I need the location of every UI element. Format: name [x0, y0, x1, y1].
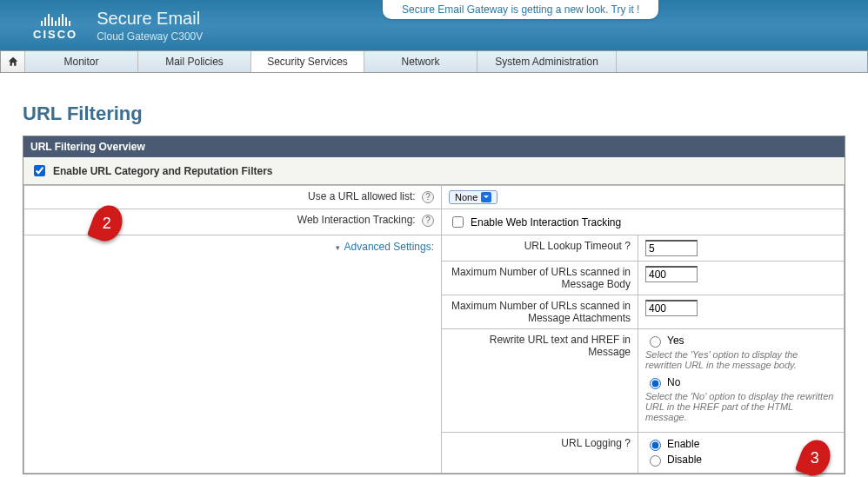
help-icon[interactable]: ? — [422, 191, 434, 203]
nav-tab-system-admin[interactable]: System Administration — [477, 51, 617, 72]
nav-tab-monitor[interactable]: Monitor — [25, 51, 138, 72]
rewrite-no-hint: Select the 'No' option to display the re… — [645, 391, 837, 422]
logging-disable-label: Disable — [667, 454, 702, 466]
allowed-list-value: None — [455, 192, 477, 202]
enable-row: Enable URL Category and Reputation Filte… — [23, 157, 845, 185]
enable-url-filters-checkbox[interactable] — [34, 165, 45, 176]
logging-disable-radio[interactable] — [650, 455, 661, 467]
lookup-timeout-label: URL Lookup Timeout — [524, 240, 622, 252]
nav-tab-security-services[interactable]: Security Services — [251, 51, 364, 72]
help-icon[interactable]: ? — [624, 437, 631, 449]
rewrite-label: Rewrite URL text and HREF in Message — [442, 329, 638, 432]
max-body-label: Maximum Number of URLs scanned in Messag… — [442, 262, 638, 295]
rewrite-yes-hint: Select the 'Yes' option to display the r… — [645, 349, 837, 370]
help-icon[interactable]: ? — [422, 215, 434, 227]
enable-url-filters-label: Enable URL Category and Reputation Filte… — [53, 165, 272, 177]
max-attach-label: Maximum Number of URLs scanned in Messag… — [442, 295, 638, 328]
nav-filler — [617, 51, 867, 72]
overview-panel: URL Filtering Overview Enable URL Catego… — [23, 136, 845, 474]
rewrite-no-radio[interactable] — [650, 378, 661, 389]
top-banner: CISCO Secure Email Cloud Gateway C300V S… — [0, 0, 868, 50]
page-title: URL Filtering — [23, 103, 845, 125]
try-new-look-banner[interactable]: Secure Email Gateway is getting a new lo… — [383, 0, 658, 19]
brand-text: CISCO — [33, 28, 77, 41]
rewrite-yes-radio[interactable] — [650, 336, 661, 348]
home-button[interactable] — [1, 51, 25, 72]
web-tracking-checkbox-label: Enable Web Interaction Tracking — [471, 216, 621, 229]
advanced-label-cell: ▾ Advanced Settings: — [24, 235, 442, 474]
dropdown-arrow-icon — [481, 192, 491, 202]
rewrite-yes-label: Yes — [667, 335, 684, 347]
web-tracking-label: Web Interaction Tracking: — [297, 214, 416, 226]
collapse-arrow-icon[interactable]: ▾ — [336, 243, 340, 252]
home-icon — [7, 56, 19, 68]
logging-enable-label: Enable — [667, 438, 699, 450]
main-nav: Monitor Mail Policies Security Services … — [0, 50, 868, 73]
logging-enable-radio[interactable] — [650, 440, 661, 451]
help-icon[interactable]: ? — [624, 240, 631, 252]
allowed-list-label-cell: Use a URL allowed list: ? — [24, 186, 442, 209]
nav-tab-mail-policies[interactable]: Mail Policies — [138, 51, 251, 72]
max-attach-input[interactable] — [645, 300, 698, 316]
web-tracking-checkbox[interactable] — [452, 216, 464, 228]
max-body-input[interactable] — [645, 266, 698, 282]
allowed-list-label: Use a URL allowed list: — [308, 190, 416, 202]
product-name: Secure Email — [97, 9, 203, 29]
panel-header: URL Filtering Overview — [23, 136, 845, 157]
allowed-list-select[interactable]: None — [449, 190, 497, 204]
cisco-logo: CISCO — [33, 10, 77, 41]
nav-tab-network[interactable]: Network — [364, 51, 477, 72]
product-subname: Cloud Gateway C300V — [97, 30, 203, 43]
advanced-settings-link[interactable]: Advanced Settings: — [344, 241, 434, 253]
url-logging-label: URL Logging — [561, 437, 622, 449]
web-tracking-label-cell: Web Interaction Tracking: ? — [24, 209, 442, 235]
rewrite-no-label: No — [667, 376, 680, 388]
lookup-timeout-input[interactable] — [645, 240, 698, 256]
